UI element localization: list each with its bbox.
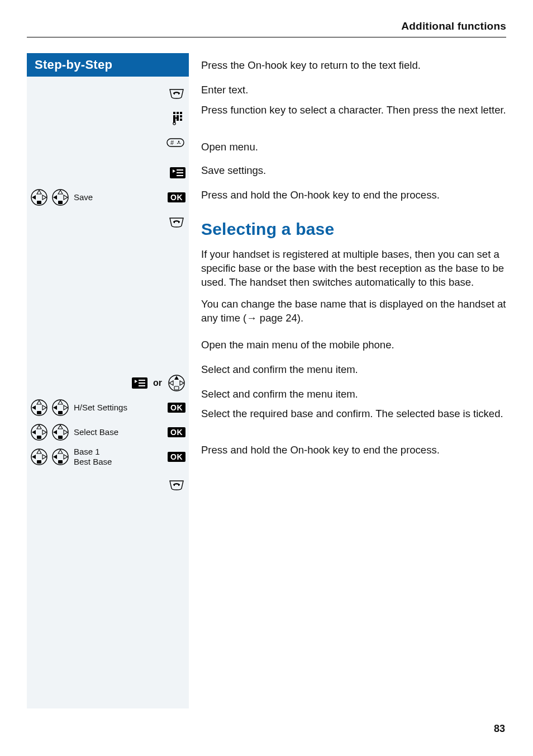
left-row-hset: H/Set Settings OK	[27, 395, 189, 420]
left-row-menu-or-nav: or	[27, 371, 189, 395]
step-text: Press and hold the On-hook key to end th…	[201, 188, 440, 202]
nav-key-icon	[30, 448, 48, 466]
onhook-key-icon	[168, 88, 185, 99]
step-text: Open menu.	[201, 140, 258, 154]
section-heading: Selecting a base	[201, 220, 506, 239]
left-row-select-base: Select Base OK	[27, 420, 189, 445]
step-text: Select the required base and confirm. Th…	[201, 407, 503, 421]
left-row-base-options: Base 1 Best Base OK	[27, 445, 189, 469]
onhook-key-icon	[168, 216, 185, 228]
left-row-hashkey	[27, 130, 189, 155]
keypad-icon	[170, 110, 185, 126]
nav-key-icon	[30, 399, 48, 417]
nav-key-icon	[168, 374, 185, 392]
base-option-line2: Best Base	[74, 457, 112, 466]
step-text: Select and confirm the menu item.	[201, 363, 358, 377]
step-text: Enter text.	[201, 83, 248, 97]
ok-key-badge: OK	[168, 192, 185, 202]
step-by-step-body: Save OK or	[27, 77, 189, 708]
base-option-line1: Base 1	[74, 447, 100, 456]
nav-key-icon	[30, 188, 48, 206]
arrow-icon: →	[246, 312, 257, 324]
step-by-step-title: Step-by-Step	[27, 53, 189, 77]
instruction-text-column: Press the On-hook key to return to the t…	[201, 53, 506, 708]
hash-key-icon	[165, 137, 185, 148]
page-reference: page 24).	[257, 312, 303, 324]
step-text: Press the On-hook key to return to the t…	[201, 59, 421, 73]
left-row-onhook-3	[27, 472, 189, 497]
hset-settings-label: H/Set Settings	[69, 403, 168, 413]
left-row-keypad	[27, 106, 189, 130]
ok-key-badge: OK	[168, 452, 185, 462]
left-row-save: Save OK	[27, 185, 189, 210]
nav-key-icon	[51, 423, 69, 441]
step-text: Save settings.	[201, 164, 266, 178]
menu-key-icon	[170, 167, 185, 178]
save-menu-label: Save	[69, 192, 168, 202]
step-text: Press function key to select a character…	[201, 103, 506, 117]
nav-key-icon	[30, 423, 48, 441]
left-row-menu	[27, 160, 189, 185]
or-label: or	[153, 378, 162, 388]
body-paragraph: If your handset is registered at multipl…	[201, 248, 506, 290]
ok-key-badge: OK	[168, 403, 185, 413]
nav-key-icon	[51, 448, 69, 466]
menu-key-icon	[132, 377, 147, 389]
step-by-step-panel: Step-by-Step	[27, 53, 189, 708]
ok-key-badge: OK	[168, 427, 185, 437]
running-header: Additional functions	[27, 20, 506, 37]
left-row-onhook-2	[27, 210, 189, 234]
step-text: Open the main menu of the mobile phone.	[201, 338, 394, 352]
select-base-label: Select Base	[69, 427, 168, 437]
two-column-layout: Step-by-Step	[27, 53, 506, 708]
step-text: Press and hold the On-hook key to end th…	[201, 443, 440, 457]
onhook-key-icon	[168, 479, 185, 490]
manual-page: Additional functions Step-by-Step	[0, 0, 533, 756]
page-number: 83	[494, 723, 505, 735]
left-row-onhook-1	[27, 81, 189, 106]
step-text: Select and confirm the menu item.	[201, 388, 358, 401]
nav-key-icon	[51, 399, 69, 417]
base-option-label: Base 1 Best Base	[69, 447, 168, 467]
nav-key-icon	[51, 188, 69, 206]
body-paragraph: You can change the base name that is dis…	[201, 297, 506, 325]
